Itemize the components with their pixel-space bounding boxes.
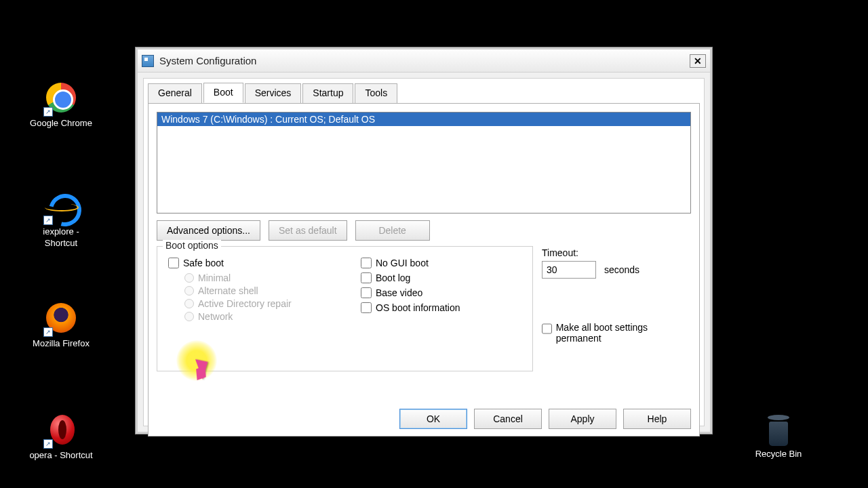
tabs: General Boot Services Startup Tools [144,79,704,103]
safe-boot-network-radio: Network [184,311,344,322]
boot-options-group: Boot options Safe boot Minimal Alter [157,246,533,371]
minimal-label: Minimal [198,272,231,283]
tab-boot[interactable]: Boot [203,83,243,103]
set-as-default-button: Set as default [269,220,347,241]
shortcut-badge-icon: ↗ [43,107,53,117]
desktop-icon-label: Mozilla Firefox [28,338,94,350]
msconfig-icon [142,55,154,67]
timeout-input[interactable] [542,261,596,279]
tab-tools[interactable]: Tools [355,83,397,104]
safe-boot-checkbox[interactable]: Safe boot [168,258,344,268]
desktop-icon-recycle-bin[interactable]: Recycle Bin [746,413,811,460]
adrepair-input [184,299,194,308]
make-permanent-input[interactable] [542,323,552,334]
delete-button: Delete [355,220,430,241]
tab-startup[interactable]: Startup [302,83,353,104]
network-input [184,312,194,321]
opera-icon [50,415,75,445]
desktop-icon-opera[interactable]: ↗ opera - Shortcut [28,413,94,462]
ok-button[interactable]: OK [399,409,467,429]
cancel-button[interactable]: Cancel [474,409,542,429]
tab-general[interactable]: General [148,83,202,104]
tab-services[interactable]: Services [245,83,302,104]
safe-boot-minimal-radio: Minimal [184,272,344,283]
shortcut-badge-icon: ↗ [43,439,53,449]
os-entry[interactable]: Windows 7 (C:\Windows) : Current OS; Def… [157,113,690,126]
os-boot-info-checkbox[interactable]: OS boot information [361,302,524,313]
timeout-unit: seconds [604,264,639,275]
no-gui-input[interactable] [361,258,372,268]
base-video-checkbox[interactable]: Base video [361,287,524,298]
safe-boot-adrepair-radio: Active Directory repair [184,298,344,309]
advanced-options-button[interactable]: Advanced options... [157,220,260,241]
boot-options-legend: Boot options [163,240,221,251]
boot-panel: Windows 7 (C:\Windows) : Current OS; Def… [148,103,700,436]
recycle-bin-icon [765,413,792,446]
close-button[interactable]: ✕ [690,54,706,68]
shortcut-badge-icon: ↗ [43,216,53,225]
base-video-input[interactable] [361,287,372,298]
os-list[interactable]: Windows 7 (C:\Windows) : Current OS; Def… [157,112,691,214]
minimal-input [184,273,194,283]
window-title: System Configuration [159,55,256,66]
desktop-icon-label: Google Chrome [28,118,94,129]
shortcut-badge-icon: ↗ [43,327,53,337]
safe-boot-input[interactable] [168,258,179,268]
desktop-icon-label: iexplore - Shortcut [28,226,94,249]
safe-boot-label: Safe boot [183,258,224,268]
dialog-client: General Boot Services Startup Tools Wind… [143,78,705,426]
altshell-label: Alternate shell [198,285,258,296]
timeout-label: Timeout: [542,247,639,258]
os-boot-info-input[interactable] [361,302,372,313]
altshell-input [184,286,194,296]
system-configuration-dialog: System Configuration ✕ General Boot Serv… [136,47,712,434]
dialog-buttons: OK Cancel Apply Help [399,409,691,429]
boot-log-input[interactable] [361,272,372,283]
help-button[interactable]: Help [623,409,691,429]
os-boot-info-label: OS boot information [376,302,460,313]
desktop-icon-label: opera - Shortcut [28,450,94,462]
no-gui-boot-checkbox[interactable]: No GUI boot [361,258,524,268]
no-gui-label: No GUI boot [376,258,429,268]
make-permanent-label: Make all boot settings permanent [556,322,684,344]
desktop-icon-firefox[interactable]: ↗ Mozilla Firefox [28,302,94,350]
desktop: ↗ Google Chrome ↗ iexplore - Shortcut ↗ … [0,0,868,488]
adrepair-label: Active Directory repair [198,298,292,309]
safe-boot-altshell-radio: Alternate shell [184,285,344,296]
apply-button[interactable]: Apply [549,409,616,429]
boot-log-label: Boot log [376,272,410,283]
desktop-icon-label: Recycle Bin [746,449,811,460]
titlebar[interactable]: System Configuration ✕ [138,49,710,73]
network-label: Network [198,311,233,322]
make-permanent-checkbox[interactable]: Make all boot settings permanent [542,322,684,344]
desktop-icon-chrome[interactable]: ↗ Google Chrome [28,81,94,129]
timeout-area: Timeout: seconds [542,247,639,279]
base-video-label: Base video [376,287,422,298]
desktop-icon-iexplore[interactable]: ↗ iexplore - Shortcut [28,190,94,249]
boot-log-checkbox[interactable]: Boot log [361,272,524,283]
